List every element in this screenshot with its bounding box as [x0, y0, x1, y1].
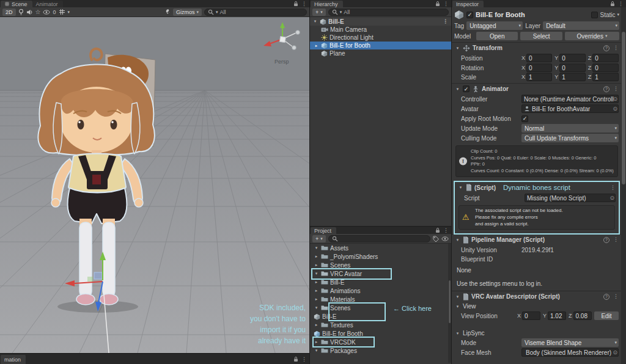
help-icon[interactable]: ?	[603, 237, 609, 243]
scale-x-field[interactable]: 1	[526, 73, 552, 81]
hierarchy-create-button[interactable]: +▾	[312, 9, 326, 16]
tag-dropdown[interactable]: Untagged	[466, 21, 523, 30]
update-mode-dropdown[interactable]: Normal	[521, 124, 619, 133]
scene-viewport[interactable]: Persp SDK included, you don't have to im…	[0, 17, 309, 353]
gizmo-plane-handle-xz[interactable]	[87, 277, 93, 282]
project-row-textures[interactable]: ▸ Textures	[310, 321, 451, 329]
pane-menu-icon[interactable]: ⋮	[301, 357, 307, 362]
project-row-materials[interactable]: ▸ Materials	[310, 295, 451, 304]
tab-animator[interactable]: Animator	[32, 1, 63, 7]
lock-icon[interactable]	[435, 1, 440, 7]
scale-y-field[interactable]: 1	[559, 73, 585, 81]
object-picker-icon[interactable]: ⊙	[613, 349, 617, 356]
pane-menu-icon[interactable]: ⋮	[301, 1, 307, 7]
pane-menu-icon[interactable]: ⋮	[618, 1, 624, 7]
pipeline-manager-component-header[interactable]: ▾ Pipeline Manager (Script) ?⋮	[452, 234, 622, 245]
component-menu-icon[interactable]: ⋮	[610, 185, 616, 191]
hierarchy-item-plane[interactable]: Plane	[310, 49, 451, 57]
component-menu-icon[interactable]: ⋮	[613, 86, 619, 92]
view-foldout[interactable]: ▾ View	[452, 302, 622, 311]
hierarchy-item-bill-e-for-booth[interactable]: ▸ Bill-E for Booth	[310, 42, 451, 49]
vrc-avatar-descriptor-component-header[interactable]: ▾ VRC Avatar Descriptor (Script) ?⋮	[452, 291, 622, 302]
foldout-arrow[interactable]: ▾	[455, 304, 460, 309]
view-position-x-field[interactable]: 0	[522, 311, 540, 320]
perspective-label[interactable]: Persp	[274, 59, 289, 65]
model-overrides-button[interactable]: Overrides▾	[565, 32, 619, 40]
position-x-field[interactable]: 0	[526, 54, 552, 62]
lipsync-mode-dropdown[interactable]: Viseme Blend Shape	[521, 338, 619, 347]
view-position-y-field[interactable]: 1.02	[548, 311, 566, 320]
lock-icon[interactable]	[293, 356, 298, 362]
grid-visibility-icon[interactable]	[59, 9, 65, 16]
audio-toggle-icon[interactable]	[26, 9, 33, 16]
project-row-scenes-top[interactable]: ▸ Scenes	[310, 261, 451, 269]
asset-labels-icon[interactable]	[433, 235, 439, 242]
project-row-assets[interactable]: ▾ Assets	[310, 244, 451, 252]
foldout-arrow[interactable]: ▸	[314, 43, 319, 48]
tab-inspector[interactable]: Inspector	[452, 1, 484, 7]
foldout-arrow[interactable]: ▾	[314, 246, 319, 250]
culling-mode-dropdown[interactable]: Cull Update Transforms	[521, 134, 619, 142]
lock-icon[interactable]	[610, 1, 615, 7]
active-checkbox[interactable]	[466, 12, 473, 18]
foldout-arrow[interactable]: ▾	[458, 185, 463, 190]
search-filter-caret[interactable]: ▾	[340, 10, 342, 15]
missing-script-component-header[interactable]: ▾ (Script) Dynamic bones script ⋮	[455, 182, 619, 193]
layer-dropdown[interactable]: Default	[543, 21, 619, 30]
foldout-arrow[interactable]: ▸	[314, 340, 319, 344]
foldout-arrow[interactable]: ▾	[314, 305, 319, 310]
foldout-arrow[interactable]: ▸	[314, 280, 319, 285]
model-open-button[interactable]: Open	[476, 32, 518, 40]
grid-dropdown-caret[interactable]: ▾	[68, 10, 70, 15]
search-filter-caret[interactable]: ▾	[216, 10, 218, 15]
project-row-packages[interactable]: ▾ Packages	[310, 346, 451, 355]
tab-hierarchy[interactable]: Hierarchy	[311, 1, 343, 7]
rotation-y-field[interactable]: 0	[559, 64, 585, 72]
static-dropdown[interactable]: Static ▾	[591, 12, 619, 18]
avatar-object-field[interactable]: Bill-E for BoothAvatar ⊙	[521, 104, 619, 113]
hidden-objects-eye-icon[interactable]	[43, 9, 50, 16]
hierarchy-item-directional-light[interactable]: Directional Light	[310, 34, 451, 42]
help-icon[interactable]: ?	[603, 86, 609, 92]
project-row-vrcsdk[interactable]: ▸ VRCSDK	[310, 338, 451, 346]
apply-root-motion-checkbox[interactable]	[521, 115, 528, 122]
inspector-scrollbar[interactable]	[621, 7, 626, 364]
pane-menu-icon[interactable]: ⋮	[443, 1, 449, 7]
help-icon[interactable]: ?	[603, 45, 609, 51]
hierarchy-item-main-camera[interactable]: Main Camera	[310, 26, 451, 34]
project-row-polyomishaders[interactable]: ▸ _PolyomiShaders	[310, 252, 451, 261]
animator-component-header[interactable]: ▾ Animator ?⋮	[452, 83, 622, 94]
foldout-arrow[interactable]: ▸	[314, 263, 319, 268]
lock-icon[interactable]	[293, 1, 298, 7]
foldout-arrow[interactable]: ▾	[455, 238, 460, 242]
transform-component-header[interactable]: ▾ Transform ?⋮	[452, 42, 622, 53]
foldout-arrow[interactable]: ▸	[314, 254, 319, 259]
2d-toggle-button[interactable]: 2D	[2, 9, 16, 16]
hidden-packages-eye-icon[interactable]	[441, 235, 449, 242]
project-search-field[interactable]	[328, 235, 430, 242]
help-icon[interactable]: ?	[603, 294, 609, 300]
rotation-z-field[interactable]: 0	[592, 64, 619, 72]
gizmo-plane-handle-xy[interactable]	[94, 272, 102, 279]
foldout-arrow[interactable]: ▸	[314, 322, 319, 327]
tool-settings-icon[interactable]	[164, 9, 171, 16]
tab-project[interactable]: Project	[311, 227, 336, 234]
object-picker-icon[interactable]: ⊙	[613, 105, 617, 112]
face-mesh-object-field[interactable]: Body (Skinned Mesh Renderer) ⊙	[521, 348, 619, 357]
lipsync-foldout[interactable]: ▾ LipSync	[452, 329, 622, 338]
foldout-arrow[interactable]: ▾	[455, 87, 460, 92]
position-y-field[interactable]: 0	[559, 54, 585, 62]
foldout-arrow[interactable]: ▾	[314, 271, 319, 276]
project-row-bill-e-folder[interactable]: ▸ Bill-E	[310, 278, 451, 286]
gizmos-dropdown[interactable]: Gizmos▾	[173, 9, 202, 16]
project-row-bill-e-scene[interactable]: Bill-E	[310, 312, 451, 321]
hierarchy-search-field[interactable]: ▾ All	[328, 9, 449, 16]
project-row-animations[interactable]: ▸ Animations	[310, 286, 451, 295]
tab-scene[interactable]: Scene	[1, 1, 32, 7]
foldout-arrow[interactable]: ▾	[455, 331, 460, 336]
view-position-z-field[interactable]: 0.08	[573, 311, 592, 320]
rotation-x-field[interactable]: 0	[526, 64, 552, 72]
scene-search-field[interactable]: ▾ All	[204, 9, 307, 16]
tab-animation-partial[interactable]: mation	[1, 355, 26, 364]
foldout-arrow[interactable]: ▸	[314, 297, 319, 302]
